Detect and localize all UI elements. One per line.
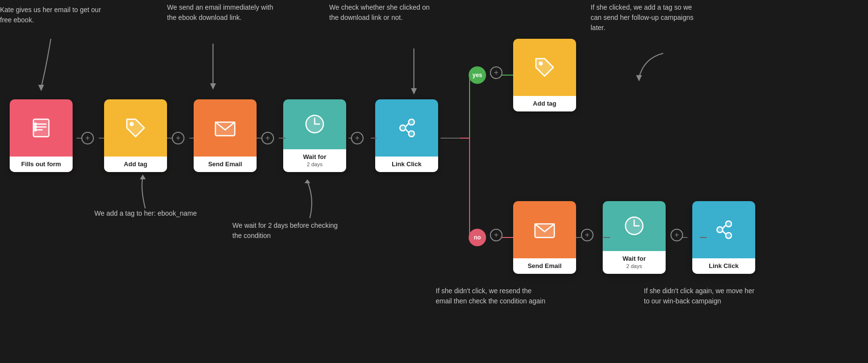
kate-annotation: Kate gives us her email to get our free … xyxy=(0,5,111,25)
svg-point-33 xyxy=(409,119,414,125)
send-email-2-card[interactable]: Send Email xyxy=(513,201,576,274)
wait-for-2-card[interactable]: Wait for 2 days xyxy=(603,201,666,274)
svg-point-43 xyxy=(717,227,723,233)
add-tag-2-card[interactable]: Add tag xyxy=(513,39,576,111)
plus-2[interactable]: + xyxy=(172,132,184,144)
svg-point-45 xyxy=(726,233,731,238)
svg-marker-31 xyxy=(411,88,417,95)
svg-point-24 xyxy=(130,123,133,126)
svg-point-22 xyxy=(34,129,36,131)
svg-line-46 xyxy=(723,225,726,228)
send-email-1-card[interactable]: Send Email xyxy=(194,99,257,172)
svg-line-35 xyxy=(406,124,409,126)
yes-badge: yes xyxy=(469,66,486,84)
svg-point-21 xyxy=(34,126,36,128)
svg-point-32 xyxy=(400,125,406,131)
svg-marker-37 xyxy=(636,75,642,81)
no-click-again-annotation: If she didn't click again, we move her t… xyxy=(644,286,755,306)
plus-5[interactable]: + xyxy=(490,66,503,79)
svg-marker-30 xyxy=(305,179,310,183)
no-badge: no xyxy=(469,229,486,246)
svg-marker-23 xyxy=(210,83,216,90)
svg-point-44 xyxy=(726,221,731,227)
plus-7[interactable]: + xyxy=(581,229,594,241)
plus-6[interactable]: + xyxy=(490,229,503,241)
svg-point-38 xyxy=(539,62,542,65)
svg-line-47 xyxy=(723,231,726,234)
plus-8[interactable]: + xyxy=(670,229,683,241)
add-tag-annotation: We add a tag to her: ebook_name xyxy=(94,208,197,219)
no-click-annotation: If she didn't click, we resend the email… xyxy=(436,286,547,306)
svg-marker-25 xyxy=(140,174,146,179)
fills-out-form-card[interactable]: Fills out form xyxy=(10,99,73,172)
wait-for-1-card[interactable]: Wait for 2 days xyxy=(283,99,346,172)
svg-point-34 xyxy=(409,131,414,137)
link-click-2-card[interactable]: Link Click xyxy=(692,201,755,274)
svg-marker-15 xyxy=(38,85,44,91)
svg-line-36 xyxy=(406,129,409,132)
plus-4[interactable]: + xyxy=(351,132,364,144)
plus-3[interactable]: + xyxy=(261,132,274,144)
email-annotation: We send an email immediately with the eb… xyxy=(167,2,278,23)
check-annotation: We check whether she clicked on the down… xyxy=(329,2,441,23)
plus-1[interactable]: + xyxy=(81,132,94,144)
svg-point-20 xyxy=(34,123,36,125)
add-tag-1-card[interactable]: Add tag xyxy=(104,99,167,172)
link-click-1-card[interactable]: Link Click xyxy=(375,99,438,172)
wait-annotation: We wait for 2 days before checking the c… xyxy=(232,221,344,241)
yes-annotation: If she clicked, we add a tag so we can s… xyxy=(591,2,702,33)
